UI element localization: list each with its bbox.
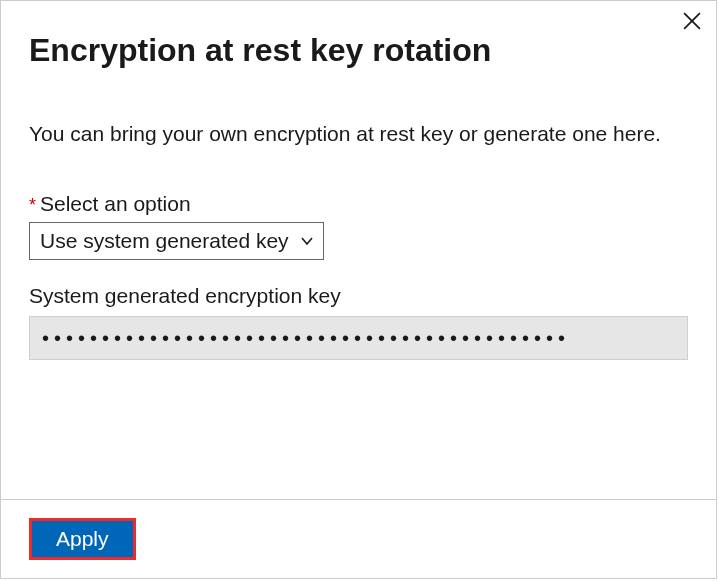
dialog-content: Encryption at rest key rotation You can …: [1, 1, 716, 499]
option-select-wrapper: Use system generated key: [29, 222, 324, 260]
dialog-title: Encryption at rest key rotation: [29, 31, 688, 69]
apply-button[interactable]: Apply: [32, 521, 133, 557]
option-field-group: * Select an option Use system generated …: [29, 192, 688, 260]
key-display: ••••••••••••••••••••••••••••••••••••••••…: [29, 316, 688, 360]
option-select[interactable]: Use system generated key: [29, 222, 324, 260]
key-field-group: System generated encryption key ••••••••…: [29, 284, 688, 360]
dialog-description: You can bring your own encryption at res…: [29, 119, 688, 149]
dialog-footer: Apply: [1, 499, 716, 578]
option-label-text: Select an option: [40, 192, 191, 216]
dialog-panel: Encryption at rest key rotation You can …: [0, 0, 717, 579]
apply-highlight: Apply: [29, 518, 136, 560]
required-indicator: *: [29, 195, 36, 216]
option-field-label: * Select an option: [29, 192, 688, 216]
key-field-label: System generated encryption key: [29, 284, 688, 308]
close-icon: [683, 12, 701, 30]
close-button[interactable]: [678, 7, 706, 35]
